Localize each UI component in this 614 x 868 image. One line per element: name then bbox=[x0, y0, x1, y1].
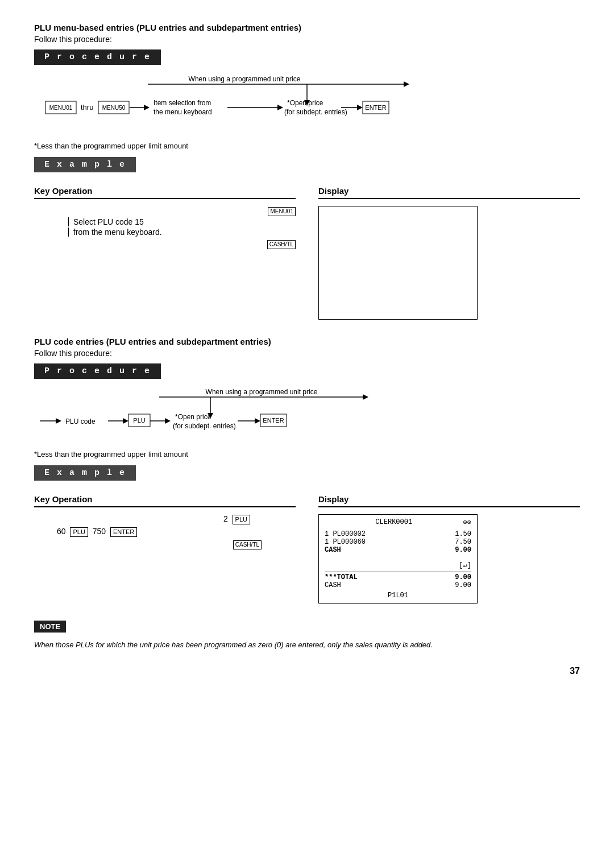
row2-num1: 60 bbox=[57, 527, 66, 536]
receipt-bracket: [↵] bbox=[459, 561, 471, 569]
procedure-badge-2: P r o c e d u r e bbox=[34, 363, 161, 379]
enter-key-1: ENTER bbox=[110, 527, 137, 537]
section1: PLU menu-based entries (PLU entries and … bbox=[34, 23, 580, 320]
svg-text:thru: thru bbox=[81, 103, 93, 111]
receipt-cash-amt: 9.00 bbox=[455, 581, 471, 589]
key-op-steps-2: 2 PLU 60 PLU 750 ENTER CASH/TL bbox=[57, 514, 296, 549]
svg-text:MENU01: MENU01 bbox=[49, 105, 73, 111]
svg-text:MENU50: MENU50 bbox=[102, 105, 126, 111]
svg-marker-1 bbox=[404, 81, 409, 87]
procedure-badge-1: P r o c e d u r e bbox=[34, 49, 161, 65]
receipt-line3-amt: 9.00 bbox=[455, 546, 471, 554]
plu-key-2: PLU bbox=[70, 527, 88, 537]
section1-title: PLU menu-based entries (PLU entries and … bbox=[34, 23, 580, 32]
receipt-line2-amt: 7.50 bbox=[455, 538, 471, 546]
key-op-steps-1: MENU01 Select PLU code 15 from the menu … bbox=[68, 206, 296, 249]
receipt-symbol: ⊙⊙ bbox=[463, 518, 471, 527]
example2-display: Display CLERK0001 ⊙⊙ 1 PL000002 1.50 1 P… bbox=[318, 494, 580, 604]
plu-key-1: PLU bbox=[233, 515, 250, 524]
receipt-line1-amt: 1.50 bbox=[455, 530, 471, 538]
receipt-total-label: ***TOTAL bbox=[325, 573, 358, 581]
section2: PLU code entries (PLU entries and subdep… bbox=[34, 337, 580, 604]
example1-display: Display bbox=[318, 186, 580, 320]
svg-marker-26 bbox=[56, 418, 61, 424]
step1-desc2: from the menu keyboard. bbox=[73, 228, 162, 237]
svg-text:PLU: PLU bbox=[133, 417, 145, 424]
svg-marker-29 bbox=[123, 418, 128, 424]
receipt-display: CLERK0001 ⊙⊙ 1 PL000002 1.50 1 PL000060 … bbox=[318, 514, 478, 604]
key-op-header-1: Key Operation bbox=[34, 186, 296, 199]
row1-num: 2 bbox=[223, 514, 228, 523]
svg-marker-33 bbox=[165, 418, 171, 424]
receipt-total-amt: 9.00 bbox=[455, 573, 471, 581]
display-header-1: Display bbox=[318, 186, 580, 199]
example-badge-2: E x a m p l e bbox=[34, 465, 136, 481]
svg-text:PLU code: PLU code bbox=[65, 418, 96, 425]
cashtl-key-1: CASH/TL bbox=[267, 240, 296, 249]
receipt-line2-desc: 1 PL000060 bbox=[325, 538, 366, 546]
receipt-page-ref: P1L01 bbox=[388, 592, 408, 600]
svg-text:Item selection from: Item selection from bbox=[154, 99, 211, 107]
note-badge: NOTE bbox=[34, 621, 66, 633]
svg-text:When using a programmed unit p: When using a programmed unit price bbox=[206, 388, 318, 396]
svg-text:(for subdept. entries): (for subdept. entries) bbox=[173, 422, 236, 430]
key-op-header-2: Key Operation bbox=[34, 494, 296, 507]
receipt-line3-desc: CASH bbox=[325, 546, 341, 554]
section1-follow: Follow this procedure: bbox=[34, 35, 580, 44]
example1-key-op: Key Operation MENU01 Select PLU code 15 … bbox=[34, 186, 296, 320]
svg-text:When using a programmed unit p: When using a programmed unit price bbox=[189, 75, 301, 83]
svg-text:*Open price: *Open price bbox=[175, 413, 211, 421]
cashtl-key-2: CASH/TL bbox=[233, 540, 262, 549]
svg-marker-13 bbox=[277, 105, 283, 110]
svg-text:(for subdept. entries): (for subdept. entries) bbox=[284, 108, 347, 116]
svg-text:ENTER: ENTER bbox=[365, 104, 386, 111]
section2-less-than: *Less than the programmed upper limit am… bbox=[34, 450, 580, 458]
svg-text:ENTER: ENTER bbox=[263, 417, 284, 424]
display-header-2: Display bbox=[318, 494, 580, 507]
svg-marker-17 bbox=[357, 105, 363, 110]
flow-diagram-1: When using a programmed unit price MENU0… bbox=[34, 73, 580, 137]
row2-num2: 750 bbox=[93, 527, 106, 536]
note-text: When those PLUs for which the unit price… bbox=[34, 640, 580, 649]
display-box-1 bbox=[318, 206, 478, 320]
receipt-clerk: CLERK0001 bbox=[375, 518, 412, 527]
page-number: 37 bbox=[34, 666, 580, 676]
receipt-cash-label: CASH bbox=[325, 581, 341, 589]
section2-title: PLU code entries (PLU entries and subdep… bbox=[34, 337, 580, 346]
example-badge-1: E x a m p l e bbox=[34, 157, 136, 172]
svg-marker-9 bbox=[144, 105, 150, 110]
example2-columns: Key Operation 2 PLU 60 PLU 750 ENTER CAS… bbox=[34, 494, 580, 604]
svg-marker-23 bbox=[363, 394, 368, 400]
example1-columns: Key Operation MENU01 Select PLU code 15 … bbox=[34, 186, 580, 320]
note-section: NOTE When those PLUs for which the unit … bbox=[34, 621, 580, 649]
svg-marker-37 bbox=[255, 418, 260, 424]
step1-desc1: Select PLU code 15 bbox=[73, 217, 144, 226]
receipt-line1-desc: 1 PL000002 bbox=[325, 530, 366, 538]
svg-text:the menu keyboard: the menu keyboard bbox=[154, 108, 212, 116]
section1-less-than: *Less than the programmed upper limit am… bbox=[34, 142, 580, 150]
example2-key-op: Key Operation 2 PLU 60 PLU 750 ENTER CAS… bbox=[34, 494, 296, 604]
flow-diagram-2: When using a programmed unit price PLU c… bbox=[34, 387, 580, 445]
section2-follow: Follow this procedure: bbox=[34, 349, 580, 358]
menu01-key: MENU01 bbox=[268, 207, 296, 216]
